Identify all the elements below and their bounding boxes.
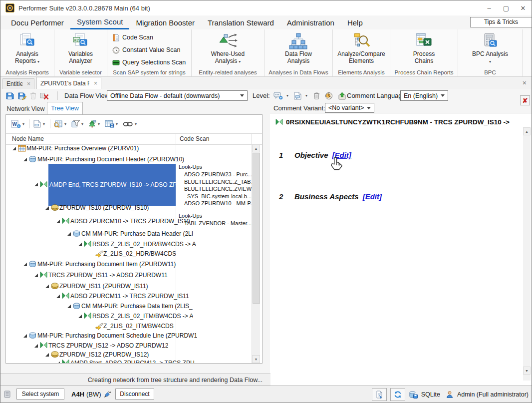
expander-icon[interactable] <box>67 304 71 309</box>
add-comment-button[interactable] <box>273 91 283 100</box>
refresh-button[interactable] <box>390 388 405 401</box>
expander-icon[interactable] <box>34 344 38 348</box>
expander-icon[interactable] <box>12 146 16 151</box>
export-document-button[interactable]: ▾ <box>33 120 45 128</box>
tree-row[interactable]: ZPURDW_IS10 (ZPURDW_IS10) <box>6 204 176 212</box>
expander-icon[interactable] <box>34 273 38 278</box>
expander-icon[interactable] <box>23 334 27 338</box>
export-comment-button[interactable] <box>338 92 346 100</box>
tree-row[interactable]: Z_2LIS_02_ITM/BW4CDS <box>6 322 176 330</box>
tree-row[interactable]: ZPURDW_IS11 (ZPURDW_IS11) <box>6 282 176 290</box>
expander-icon[interactable] <box>56 219 60 224</box>
comment-variant-select[interactable]: <No variant> <box>325 103 374 113</box>
tree-row[interactable]: ADSO ZPURCM10 -> TRCS ZPURDW_IS10 <box>6 217 176 225</box>
edit-link[interactable]: [Edit] <box>363 192 382 201</box>
menu-item-docu-performer[interactable]: Docu Performer <box>4 15 70 29</box>
tips-and-tricks-button[interactable]: Tips & Tricks <box>470 17 532 27</box>
document-tab-entities[interactable]: Entities× <box>2 78 34 89</box>
report-button[interactable] <box>372 388 387 401</box>
maximize-button[interactable]: ▢ <box>498 0 515 15</box>
tree-node-label[interactable]: AMDP End, TRCS ZPURDW_IS10 -> ADSO ZPURD… <box>48 164 176 206</box>
tree-row[interactable]: RSDS Z_2LIS_02_HDR/BW4CDS -> A <box>6 240 176 248</box>
remove-data-flow-button[interactable] <box>40 92 49 100</box>
data-flow-view-select[interactable]: Offline Data Flow - default (downwards) <box>107 90 248 101</box>
tree-row[interactable]: Z_2LIS_02_HDR/BW4CDS <box>6 250 176 258</box>
ribbon-button-variables-analyzer[interactable]: =?VariablesAnalyzer <box>54 31 107 64</box>
tree-row[interactable]: AMDP End, TRCS ZPURDW_IS10 -> ADSO ZPURD… <box>6 164 176 206</box>
scroll-down-icon[interactable]: ▼ <box>523 367 531 375</box>
expander-icon[interactable] <box>23 157 27 162</box>
menu-item-migration-booster[interactable]: Migration Booster <box>129 15 201 29</box>
expander-icon[interactable] <box>56 361 60 363</box>
tree-options-button[interactable]: ▾ <box>88 120 100 128</box>
expander-icon[interactable] <box>23 262 27 267</box>
link-button[interactable]: ▾ <box>123 121 137 127</box>
scroll-down-icon[interactable]: ▼ <box>252 355 260 363</box>
scrollbar-thumb[interactable] <box>253 153 260 304</box>
chevron-down-icon[interactable]: ▾ <box>286 93 288 98</box>
detail-scrollbar[interactable]: ▲ ▼ <box>523 127 531 381</box>
menu-item-translation-steward[interactable]: Translation Steward <box>201 15 280 29</box>
comment-history-button[interactable] <box>325 92 333 100</box>
menu-item-administration[interactable]: Administration <box>280 15 341 29</box>
tree-row[interactable]: TRCS ZPURDW_IS11 -> ADSO ZPURDW11 <box>6 271 176 279</box>
table-search-button[interactable]: ▾ <box>53 120 66 128</box>
ribbon-button-constant-value-scan[interactable]: Constant Value Scan <box>112 44 181 55</box>
expander-icon[interactable] <box>45 206 49 210</box>
save-as-button[interactable] <box>17 92 26 100</box>
close-document-area-icon[interactable]: × <box>523 79 527 87</box>
tree-row[interactable]: MM-PUR: Purchasing Document Item (ZPURDW… <box>6 260 176 268</box>
chevron-down-icon[interactable]: ▾ <box>305 93 307 98</box>
table-columns-button[interactable]: Σ▾ <box>105 120 118 128</box>
expander-icon[interactable] <box>45 353 49 357</box>
ribbon-button-where-used-analysis[interactable]: Where-UsedAnalysis▾ <box>192 31 264 65</box>
comment-document-button[interactable] <box>293 92 302 100</box>
ribbon-button-analysis-reports[interactable]: AnalysisReports▾ <box>0 31 54 65</box>
close-button[interactable]: ✕ <box>515 0 532 15</box>
tree-row[interactable]: CM MM-PUR: Purchase Data Item (2LIS_ <box>6 302 176 310</box>
expander-icon[interactable] <box>34 182 38 187</box>
ribbon-button-data-flow-analysis[interactable]: Data FlowAnalysis <box>265 31 332 64</box>
system-list-icon[interactable] <box>3 390 11 399</box>
tree-row[interactable]: RSDS Z_2LIS_02_ITM/BW4CDS -> A <box>6 312 176 320</box>
comment-language-select[interactable]: En (English) <box>400 90 448 101</box>
tree-row[interactable]: ADSO ZPURCM11 -> TRCS ZPURDW_IS11 <box>6 292 176 300</box>
ribbon-button-code-scan[interactable]: Code Scan <box>112 32 153 43</box>
scroll-up-icon[interactable]: ▲ <box>523 127 531 135</box>
tree-row[interactable]: MM-PUR: Purchasing Document Schedule Lin… <box>6 332 176 340</box>
expander-icon[interactable] <box>78 314 82 319</box>
tree-row[interactable]: CM MM-PUR: Purchase Data Header (2LI <box>6 230 176 238</box>
save-button[interactable] <box>5 92 14 100</box>
tree-scrollbar[interactable]: ▲ ▼ <box>252 144 260 363</box>
disconnect-button[interactable]: Disconnect <box>115 389 154 400</box>
close-icon[interactable]: × <box>94 80 97 87</box>
expander-icon[interactable] <box>56 294 60 299</box>
menu-item-system-scout[interactable]: System Scout <box>70 15 130 29</box>
ribbon-button-query-selections-scan[interactable]: Query Selections Scan <box>112 57 186 68</box>
close-icon[interactable]: × <box>27 80 30 87</box>
tree-row[interactable]: MM-PUR: Purchase Overview (ZPURV01) <box>6 144 176 152</box>
scroll-up-icon[interactable]: ▲ <box>252 144 260 152</box>
tree-row[interactable]: ZPURDW_IS12 (ZPURDW_IS12) <box>6 351 176 359</box>
document-tab-zpurv01-s-data-flow[interactable]: ZPURV01's Data Flow× <box>36 77 101 89</box>
export-word-button[interactable]: W▾ <box>11 120 24 128</box>
filter-button[interactable]: ▾ <box>71 120 83 128</box>
tree-row[interactable]: AMDP Start, ADSO ZPURCM12 -> TRCS ZPU <box>6 359 176 363</box>
column-header-node-name[interactable]: Node Name <box>12 135 44 142</box>
expander-icon[interactable] <box>67 232 71 236</box>
delete-button[interactable] <box>30 92 36 99</box>
ribbon-button-bpc-analysis[interactable]: BPC Analysis▾ <box>458 31 522 65</box>
tree-row[interactable]: TRCS ZPURDW_IS12 -> ADSO ZPURDW12 <box>6 342 176 350</box>
ribbon-button-analyze-compare-elements[interactable]: Analyze/CompareElements <box>333 31 390 64</box>
select-system-button[interactable]: Select system <box>16 389 64 400</box>
tab-tree-view[interactable]: Tree View <box>47 102 83 114</box>
minimize-button[interactable]: – <box>481 0 498 15</box>
tab-network-view[interactable]: Network View <box>4 103 47 114</box>
delete-comment-button[interactable] <box>313 92 320 99</box>
column-header-code-scan[interactable]: Code Scan <box>180 135 209 142</box>
menu-item-help[interactable]: Help <box>341 15 369 29</box>
tree-row[interactable]: MM-PUR: Purchasing Document Header (ZPUR… <box>6 155 176 163</box>
ribbon-button-process-chains[interactable]: ProcessChains <box>390 31 458 64</box>
expander-icon[interactable] <box>45 284 49 289</box>
expander-icon[interactable] <box>78 242 82 247</box>
